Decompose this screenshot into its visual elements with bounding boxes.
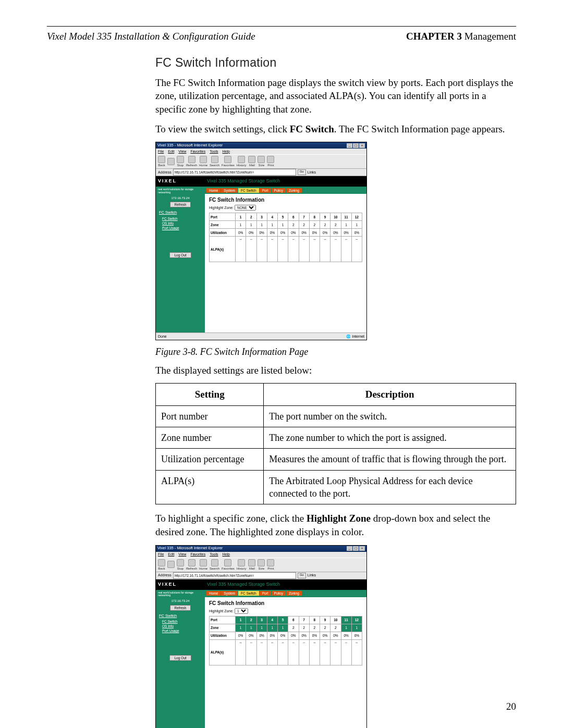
size-icon [258, 156, 265, 163]
port-table-highlighted: Port 123456789101112 Zone 111112222211 U… [209, 616, 362, 665]
screenshot-highlighted-zones: Vixel 335 - Microsoft Internet Explorer … [155, 545, 367, 728]
print-icon [267, 559, 274, 566]
main-panel: Vixel 335 Managed Storage Switch Home Sy… [205, 176, 366, 332]
favorites-icon [224, 156, 231, 163]
tab-policy[interactable]: Policy [272, 188, 286, 193]
port-table: Port 123456789101112 Zone 111112222211 U… [209, 213, 362, 262]
table-row: Utilization percentageMeasures the amoun… [156, 449, 516, 470]
tab-bar: Home System FC Switch Port Policy Zoning [205, 187, 366, 194]
favorites-icon [224, 559, 231, 566]
window-close-icon[interactable]: × [359, 546, 365, 551]
refresh-button[interactable]: Refresh [170, 202, 191, 207]
mail-icon [248, 559, 255, 566]
history-icon [238, 559, 245, 566]
tab-zoning[interactable]: Zoning [286, 188, 302, 193]
refresh-icon [188, 156, 195, 163]
tab-policy[interactable]: Policy [272, 591, 286, 596]
figure-3-9: Vixel 335 - Microsoft Internet Explorer … [155, 545, 516, 728]
sidebar-link-fcswitch[interactable]: FC Switch [156, 619, 205, 624]
sidebar-link-osinfo[interactable]: OS Info [156, 221, 205, 226]
highlight-zone-control: Highlight Zone: NONE [205, 204, 366, 213]
table-intro: The displayed settings are listed below: [155, 364, 516, 377]
highlight-zone-select[interactable]: 1 [235, 608, 248, 614]
vixel-logo: VIXEL [156, 176, 205, 187]
forward-icon [167, 561, 175, 568]
switch-ip: 172.16.73.24 [156, 195, 205, 201]
browser-menubar[interactable]: FileEditViewFavoritesToolsHelp [156, 552, 366, 558]
back-icon [158, 559, 165, 566]
sidebar-section: FC Switch [156, 208, 205, 216]
highlight-zone-select[interactable]: NONE [235, 205, 256, 211]
logout-button[interactable]: Log Out [169, 655, 191, 661]
status-bar: Done 🌐 Internet [156, 332, 366, 340]
tab-fcswitch[interactable]: FC Switch [238, 591, 259, 596]
doc-title: Vixel Model 335 Installation & Configura… [47, 30, 255, 43]
address-bar[interactable]: Address Go Links [156, 169, 366, 176]
window-max-icon[interactable]: ▢ [353, 143, 359, 148]
table-row: ALPA(s)The Arbitrated Loop Physical Addr… [156, 470, 516, 504]
section-title: FC Switch Information [155, 55, 516, 71]
home-icon [200, 156, 207, 163]
back-icon [158, 156, 165, 163]
history-icon [238, 156, 245, 163]
home-icon [200, 559, 207, 566]
chapter-heading: CHAPTER 3 Management [406, 30, 516, 43]
figure-caption-1: Figure 3-8. FC Switch Information Page [155, 346, 516, 358]
page-header: Vixel Model 335 Installation & Configura… [47, 30, 516, 43]
mail-icon [248, 156, 255, 163]
forward-icon [167, 158, 175, 165]
window-max-icon[interactable]: ▢ [353, 546, 359, 551]
sidebar-link-fcswitch[interactable]: FC Switch [156, 216, 205, 221]
intro-paragraph: The FC Switch Information page displays … [155, 76, 516, 116]
sidebar-link-osinfo[interactable]: OS Info [156, 624, 205, 628]
print-icon [267, 156, 274, 163]
sidebar-link-portusage[interactable]: Port Usage [156, 226, 205, 230]
url-input[interactable] [173, 572, 296, 579]
tab-port[interactable]: Port [260, 591, 271, 596]
window-close-icon[interactable]: × [359, 143, 365, 148]
go-button[interactable]: Go [298, 169, 306, 175]
tab-zoning[interactable]: Zoning [286, 591, 302, 596]
tab-port[interactable]: Port [260, 188, 271, 193]
window-min-icon[interactable]: _ [347, 143, 352, 148]
panel-title: FC Switch Information [205, 194, 366, 204]
highlight-instruction: To highlight a specific zone, click the … [155, 512, 516, 538]
product-banner: Vixel 335 Managed Storage Switch [205, 176, 366, 187]
url-input[interactable] [173, 169, 296, 176]
tab-system[interactable]: System [221, 591, 238, 596]
browser-toolbar[interactable]: Back Stop Refresh Home Search Favorites … [156, 558, 366, 572]
size-icon [258, 559, 265, 566]
tab-fcswitch[interactable]: FC Switch [238, 188, 259, 193]
browser-toolbar[interactable]: Back Stop Refresh Home Search Favorites … [156, 154, 366, 169]
view-instruction: To view the switch settings, click FC Sw… [155, 122, 516, 136]
window-titlebar: Vixel 335 - Microsoft Internet Explorer … [156, 142, 366, 149]
tab-home[interactable]: Home [206, 591, 221, 596]
browser-menubar[interactable]: FileEditViewFavoritesToolsHelp [156, 149, 366, 154]
settings-table: Setting Description Port numberThe port … [155, 383, 516, 504]
logout-button[interactable]: Log Out [169, 252, 191, 258]
stop-icon [177, 559, 184, 566]
window-min-icon[interactable]: _ [347, 546, 352, 551]
figure-3-8: Vixel 335 - Microsoft Internet Explorer … [155, 142, 516, 340]
page-number: 20 [506, 700, 516, 713]
refresh-button[interactable]: Refresh [170, 605, 191, 611]
stop-icon [177, 156, 184, 163]
go-button[interactable]: Go [298, 573, 306, 578]
tab-system[interactable]: System [221, 188, 238, 193]
tab-home[interactable]: Home [206, 188, 221, 193]
screenshot-fc-switch-info: Vixel 335 - Microsoft Internet Explorer … [155, 142, 367, 340]
address-bar[interactable]: Address Go Links [156, 572, 366, 579]
sidebar: VIXEL real world solutions for storage n… [156, 176, 205, 332]
table-row: Port numberThe port number on the switch… [156, 405, 516, 427]
table-row: Zone numberThe zone number to which the … [156, 427, 516, 449]
search-icon [211, 156, 218, 163]
refresh-icon [188, 559, 195, 566]
search-icon [211, 559, 218, 566]
sidebar-link-portusage[interactable]: Port Usage [156, 628, 205, 633]
